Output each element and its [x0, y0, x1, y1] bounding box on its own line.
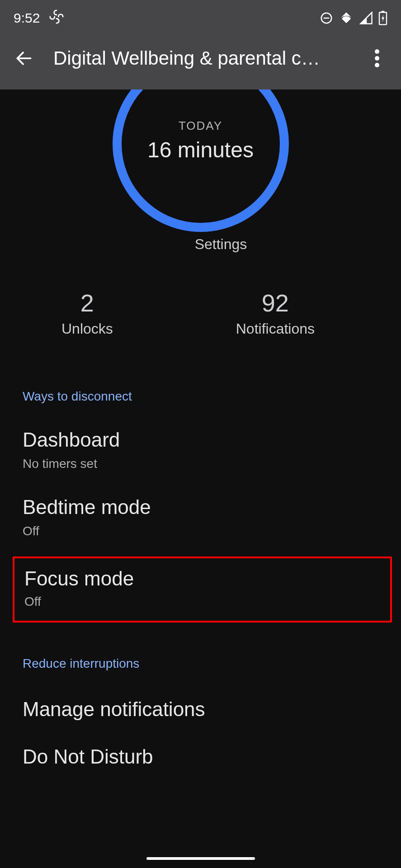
gesture-nav-bar[interactable] [146, 857, 255, 860]
focus-title: Focus mode [24, 567, 380, 590]
app-bar-title: Digital Wellbeing & parental c… [44, 47, 357, 69]
app-bar: Digital Wellbeing & parental c… [0, 27, 401, 90]
dashboard-title: Dashboard [23, 429, 378, 451]
manage-notifications-item[interactable]: Manage notifications [0, 698, 401, 721]
section-reduce-interruptions: Reduce interruptions [0, 656, 401, 671]
clock: 9:52 [14, 10, 40, 26]
manage-notifications-title: Manage notifications [23, 698, 378, 721]
battery-charging-icon [378, 11, 387, 25]
signal-icon [359, 11, 373, 25]
dnd-title: Do Not Disturb [23, 745, 378, 768]
usage-ring-today-label: TODAY [179, 119, 222, 133]
bedtime-title: Bedtime mode [23, 496, 378, 519]
dashboard-subtitle: No timers set [23, 457, 378, 471]
usage-ring: TODAY 16 minutes [92, 90, 309, 225]
pinwheel-icon [49, 9, 64, 28]
back-button[interactable] [4, 38, 44, 79]
bedtime-subtitle: Off [23, 524, 378, 538]
svg-rect-3 [382, 11, 384, 13]
unlocks-stat[interactable]: 2 Unlocks [61, 289, 113, 337]
notifications-label: Notifications [236, 321, 315, 337]
wifi-icon [339, 10, 354, 26]
status-right [320, 10, 387, 26]
focus-mode-item[interactable]: Focus mode Off [13, 557, 392, 623]
dnd-indicator-icon [320, 11, 333, 25]
arrow-left-icon [14, 48, 34, 68]
dashboard-item[interactable]: Dashboard No timers set [0, 429, 401, 471]
usage-ring-labels: TODAY 16 minutes [92, 119, 309, 162]
unlocks-value: 2 [80, 289, 94, 317]
stats-row: 2 Unlocks 92 Notifications [0, 289, 401, 337]
svg-point-7 [375, 63, 379, 67]
do-not-disturb-item[interactable]: Do Not Disturb [0, 745, 401, 768]
focus-subtitle: Off [24, 594, 380, 609]
svg-point-6 [375, 56, 379, 61]
section-ways-to-disconnect: Ways to disconnect [0, 389, 401, 404]
unlocks-label: Unlocks [61, 321, 113, 337]
usage-ring-value: 16 minutes [147, 137, 254, 162]
more-vert-icon [375, 49, 379, 67]
notifications-stat[interactable]: 92 Notifications [236, 289, 315, 337]
content-scroll[interactable]: TODAY 16 minutes Settings 2 Unlocks 92 N… [0, 90, 401, 868]
overflow-menu-button[interactable] [357, 38, 397, 79]
svg-point-5 [375, 49, 379, 54]
notifications-value: 92 [262, 289, 289, 317]
android-status-bar: 9:52 [0, 0, 401, 27]
bedtime-mode-item[interactable]: Bedtime mode Off [0, 496, 401, 538]
usage-ring-area[interactable]: TODAY 16 minutes Settings [0, 90, 401, 253]
status-left: 9:52 [14, 9, 64, 28]
